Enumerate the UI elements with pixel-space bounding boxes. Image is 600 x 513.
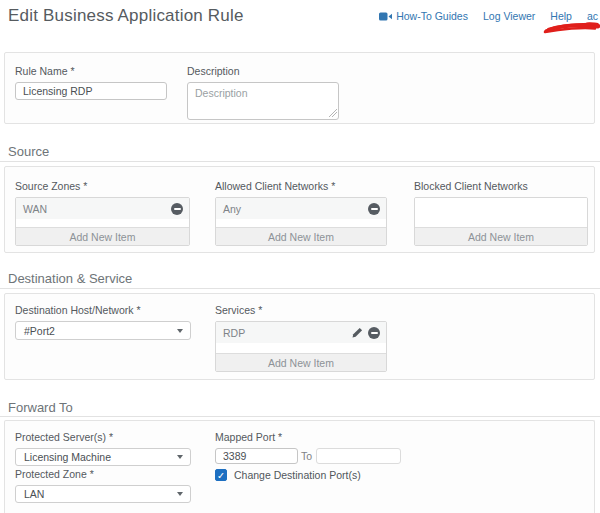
account-link[interactable]: ac <box>587 10 598 22</box>
mapped-port-label: Mapped Port * <box>215 431 401 443</box>
checkbox-checked-icon[interactable]: ✓ <box>215 469 227 481</box>
top-nav: How-To Guides Log Viewer Help ac <box>379 10 598 22</box>
protected-servers-value: Licensing Machine <box>24 451 111 463</box>
services-label: Services * <box>215 304 387 316</box>
description-textarea[interactable] <box>187 82 339 120</box>
destination-host-label: Destination Host/Network * <box>15 304 191 316</box>
remove-item-icon[interactable] <box>368 327 380 339</box>
protected-zone-label: Protected Zone * <box>15 468 191 480</box>
forward-to-section-heading: Forward To <box>8 400 73 415</box>
video-camera-icon <box>379 12 392 21</box>
protected-zone-value: LAN <box>24 488 44 500</box>
destination-host-dropdown[interactable]: #Port2 <box>15 321 191 340</box>
change-destination-ports-label: Change Destination Port(s) <box>234 469 361 481</box>
how-to-guides-label: How-To Guides <box>396 10 468 22</box>
chevron-down-icon <box>177 329 183 333</box>
protected-zone-dropdown[interactable]: LAN <box>15 485 191 503</box>
description-label: Description <box>187 65 339 77</box>
textarea-resize-handle-icon[interactable] <box>329 109 337 117</box>
remove-item-icon[interactable] <box>171 203 183 215</box>
mapped-port-input[interactable] <box>215 448 298 464</box>
remove-item-icon[interactable] <box>368 203 380 215</box>
redaction-scribble-top-right <box>543 20 600 36</box>
chevron-down-icon <box>177 492 183 496</box>
allowed-client-networks-listbox: Any Add New Item <box>215 197 387 246</box>
source-zones-label: Source Zones * <box>15 180 190 192</box>
how-to-guides-link[interactable]: How-To Guides <box>379 10 468 22</box>
forward-to-divider <box>0 416 600 417</box>
destination-service-panel: Destination Host/Network * #Port2 Servic… <box>4 293 595 380</box>
page-title: Edit Business Application Rule <box>8 6 244 26</box>
blocked-client-networks-label: Blocked Client Networks <box>414 180 588 192</box>
destination-host-value: #Port2 <box>24 325 55 337</box>
blocked-client-networks-listbox: Add New Item <box>414 197 588 246</box>
mapped-port-to-input[interactable] <box>316 448 401 464</box>
services-add-new-item-button[interactable]: Add New Item <box>216 353 386 371</box>
edit-business-application-rule-page: Edit Business Application Rule How-To Gu… <box>0 0 600 513</box>
rule-name-input[interactable] <box>15 82 167 100</box>
protected-servers-dropdown[interactable]: Licensing Machine <box>15 448 191 466</box>
source-zone-item: WAN <box>16 198 189 219</box>
source-divider <box>0 161 600 162</box>
source-zones-add-new-item-button[interactable]: Add New Item <box>16 227 189 245</box>
blocked-networks-add-new-item-button[interactable]: Add New Item <box>415 227 587 245</box>
mapped-port-to-label: To <box>301 450 312 462</box>
edit-pencil-icon[interactable] <box>351 327 363 339</box>
destination-service-section-heading: Destination & Service <box>8 271 132 286</box>
allowed-client-networks-label: Allowed Client Networks * <box>215 180 387 192</box>
service-item: RDP <box>216 322 386 343</box>
destination-service-divider <box>0 288 600 289</box>
source-section-heading: Source <box>8 144 49 159</box>
general-panel: Rule Name * Description <box>4 52 595 124</box>
chevron-down-icon <box>177 455 183 459</box>
source-zones-listbox: WAN Add New Item <box>15 197 190 246</box>
log-viewer-link[interactable]: Log Viewer <box>483 10 535 22</box>
forward-to-panel: Protected Server(s) * Licensing Machine … <box>4 420 595 513</box>
allowed-network-item: Any <box>216 198 386 219</box>
source-panel: Source Zones * WAN Add New Item Allowed … <box>4 166 595 253</box>
help-link[interactable]: Help <box>550 10 572 22</box>
services-listbox: RDP Add New Item <box>215 321 387 372</box>
allowed-networks-add-new-item-button[interactable]: Add New Item <box>216 227 386 245</box>
protected-servers-label: Protected Server(s) * <box>15 431 191 443</box>
change-destination-ports-checkbox-row[interactable]: ✓ Change Destination Port(s) <box>215 469 361 481</box>
rule-name-label: Rule Name * <box>15 65 167 77</box>
